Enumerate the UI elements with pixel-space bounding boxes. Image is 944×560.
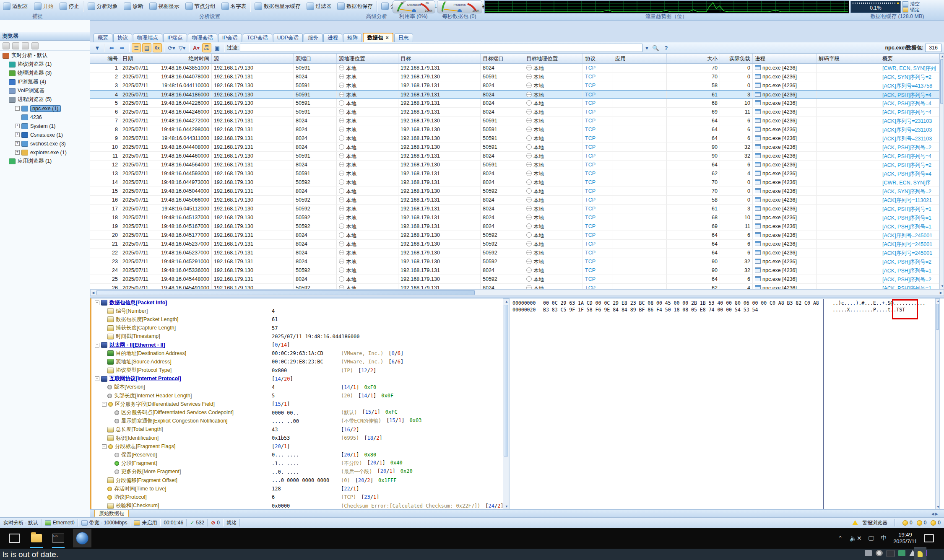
tab-概要[interactable]: 概要: [94, 34, 112, 42]
lock-buffer-button[interactable]: 锁定: [902, 7, 943, 13]
table-row[interactable]: 52025/07/1119:48:16.044226000192.168.179…: [90, 99, 944, 108]
decode-row[interactable]: 时间戳[Timestamp]2025/07/11 19:48:16.044186…: [91, 332, 502, 341]
sidebar-item--[interactable]: 实时分析 - 默认: [0, 51, 90, 60]
filter-input[interactable]: [240, 44, 642, 52]
ribbon-button-diagnosis[interactable]: 诊断: [121, 0, 146, 12]
volume-muted-icon[interactable]: 🔈✕: [849, 535, 861, 542]
decode-row[interactable]: −区分服务字段[Differentiated Services Field][1…: [91, 400, 502, 408]
tree-expand-icon[interactable]: −: [95, 343, 99, 347]
table-row[interactable]: 132025/07/1119:48:16.044593000192.168.17…: [90, 169, 944, 178]
table-row[interactable]: 12025/07/1119:48:16.043851000192.168.179…: [90, 64, 944, 73]
tab-物理端点[interactable]: 物理端点: [133, 34, 162, 42]
tab-IP端点[interactable]: IP端点: [163, 34, 187, 42]
table-row[interactable]: 62025/07/1119:48:16.044246000192.168.179…: [90, 108, 944, 117]
cmd-icon[interactable]: [51, 531, 65, 545]
ribbon-button-filter[interactable]: 过滤器: [304, 0, 335, 12]
ribbon-button-adapter[interactable]: 适配器: [0, 0, 31, 12]
column-header-2[interactable]: 绝对时间: [157, 54, 212, 63]
table-row[interactable]: 202025/07/1119:48:16.045177000192.168.17…: [90, 231, 944, 240]
refresh-icon[interactable]: ⟳▾: [167, 43, 176, 52]
decode-row[interactable]: 协议类型[Protocol Type]0x800(IP)[12/2]: [91, 366, 502, 375]
ribbon-button-packet-save[interactable]: 数据包保存: [334, 0, 376, 12]
column-header-4[interactable]: 源端口: [294, 54, 337, 63]
decode-row[interactable]: 版本[Version]4[14/1]0xF0: [91, 383, 502, 391]
tree-expand-icon[interactable]: −: [102, 402, 107, 407]
notification-icon[interactable]: [924, 534, 934, 542]
sidebar-alarm-icon[interactable]: [22, 42, 29, 49]
sidebar-item--1-[interactable]: 协议浏览器 (1): [0, 60, 90, 69]
sidebar-item-svchost.exe-3-[interactable]: +svchost.exe (3): [0, 139, 90, 148]
tab-TCP会话[interactable]: TCP会话: [243, 34, 272, 42]
column-header-1[interactable]: 日期: [120, 54, 157, 63]
table-row[interactable]: 32025/07/1119:48:16.044110000192.168.179…: [90, 81, 944, 90]
column-header-15[interactable]: 概要: [880, 54, 939, 63]
tree-expand-icon[interactable]: +: [15, 124, 20, 128]
decode-row[interactable]: 数据包长度[Packet Length]61: [91, 315, 502, 324]
table-row[interactable]: 252025/07/1119:48:16.045448000192.168.17…: [90, 275, 944, 284]
table-vertical-scrollbar[interactable]: ▲ ▼: [939, 54, 944, 289]
help-icon[interactable]: ?: [661, 43, 671, 52]
decode-row[interactable]: 存活时间[Time to Live]128[22/1]: [91, 485, 502, 493]
decode-row[interactable]: 更多分段[More Fragment]..0. ....(最后一个段)[20/1…: [91, 468, 502, 476]
tab-日志[interactable]: 日志: [394, 34, 413, 42]
table-row[interactable]: 172025/07/1119:48:16.045112000192.168.17…: [90, 205, 944, 213]
decode-row[interactable]: 目的地址[Destination Address]00:0C:29:63:1A:…: [91, 349, 502, 358]
vm-cd-icon[interactable]: [876, 550, 883, 556]
decode-row[interactable]: −以太网 - II[Ethernet - II][0/14]: [91, 341, 502, 349]
search-icon[interactable]: 🔍: [651, 43, 660, 52]
tab-协议[interactable]: 协议: [113, 34, 132, 42]
sidebar-item--3-[interactable]: 物理浏览器 (3): [0, 69, 90, 78]
column-header-8[interactable]: 目标地理位置: [524, 54, 583, 63]
forward-icon[interactable]: ➡: [117, 43, 127, 52]
sidebar-item-system-1-[interactable]: +System (1): [0, 122, 90, 130]
capsa-icon[interactable]: [73, 529, 91, 547]
hex-scrollbar[interactable]: ▲ ▼: [935, 298, 940, 510]
ribbon-button-packet-display-buffer[interactable]: 数据包显示缓存: [252, 0, 304, 12]
tab-UDP会话[interactable]: UDP会话: [273, 34, 303, 42]
column-header-0[interactable]: 编号: [90, 54, 120, 63]
ime-indicator[interactable]: 中: [881, 534, 887, 542]
tab-close-icon[interactable]: ×: [386, 35, 389, 41]
tree-expand-icon[interactable]: −: [95, 301, 99, 305]
filter-funnel-icon[interactable]: ▽▾: [177, 43, 187, 52]
decode-row[interactable]: 头部长度[Internet Header Length]5(20)[14/1]0…: [91, 391, 502, 400]
network-icon[interactable]: 🖵: [869, 535, 874, 542]
ribbon-button-stop[interactable]: 停止: [57, 0, 82, 12]
tree-expand-icon[interactable]: +: [15, 132, 20, 137]
column-header-11[interactable]: 大小: [667, 54, 720, 63]
decode-row[interactable]: 保留[Reserved]0... ....[20/1]0x80: [91, 451, 502, 459]
decode-row[interactable]: 协议[Protocol]6(TCP)[23/1]: [91, 493, 502, 501]
ribbon-button-start[interactable]: 开始: [31, 0, 57, 12]
file-explorer-icon[interactable]: [29, 531, 44, 545]
decode-row[interactable]: 编号[Number]4: [91, 307, 502, 315]
table-row[interactable]: 182025/07/1119:48:16.045137000192.168.17…: [90, 213, 944, 222]
table-row[interactable]: 42025/07/1119:48:16.044186000192.168.179…: [90, 90, 944, 99]
column-header-12[interactable]: 实际负载: [720, 54, 753, 63]
table-row[interactable]: 222025/07/1119:48:16.045237000192.168.17…: [90, 249, 944, 257]
table-row[interactable]: 112025/07/1119:48:16.044460000192.168.17…: [90, 152, 944, 161]
taskbar-clock[interactable]: 19:492025/7/11: [893, 531, 917, 545]
tree-expand-icon[interactable]: −: [15, 106, 20, 111]
sidebar-item-voip-[interactable]: VoIP浏览器: [0, 86, 90, 95]
tab-服务[interactable]: 服务: [304, 34, 322, 42]
sidebar-item-4236[interactable]: 4236: [0, 113, 90, 122]
tab-IP会话[interactable]: IP会话: [218, 34, 242, 42]
decode-tree-scrollbar[interactable]: ▲ ▼: [503, 298, 509, 510]
vm-display-icon[interactable]: [887, 550, 895, 557]
tab-进程[interactable]: 进程: [323, 34, 342, 42]
decode-row[interactable]: 分段偏移[Fragment Offset]...0 0000 0000 0000…: [91, 476, 502, 485]
column-header-9[interactable]: 协议: [583, 54, 613, 63]
decode-row[interactable]: 捕获长度[Capture Length]57: [91, 324, 502, 332]
ribbon-button-analysis-object[interactable]: 分析对象: [85, 0, 121, 12]
alert-zone[interactable]: 警报浏览器000: [852, 519, 944, 526]
table-row[interactable]: 142025/07/1119:48:16.044973000192.168.17…: [90, 178, 944, 187]
table-row[interactable]: 242025/07/1119:48:16.045336000192.168.17…: [90, 266, 944, 275]
decode-row[interactable]: 源地址[Source Address]00:0C:29:E8:23:BC(VMw…: [91, 358, 502, 366]
sidebar-refresh-icon[interactable]: [12, 42, 19, 49]
table-row[interactable]: 102025/07/1119:48:16.044408000192.168.17…: [90, 143, 944, 152]
lock-icon[interactable]: ▣: [213, 43, 222, 52]
decode-row[interactable]: 分段[Fragment].1.. ....(不分段)[20/1]0x40: [91, 459, 502, 468]
hex-view-icon[interactable]: 0x: [153, 43, 162, 52]
tree-view-icon[interactable]: 品: [202, 43, 211, 52]
table-row[interactable]: 162025/07/1119:48:16.045066000192.168.17…: [90, 196, 944, 205]
